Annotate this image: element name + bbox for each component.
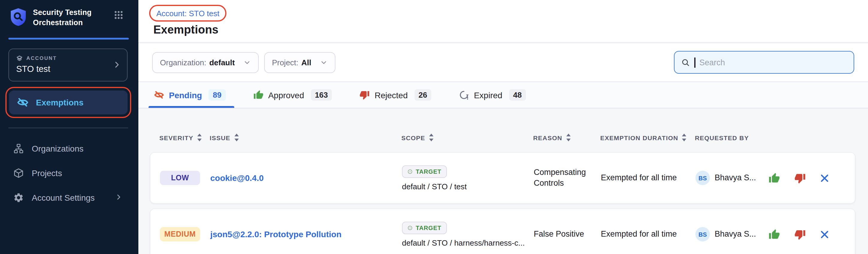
tab-approved[interactable]: Approved 163 [253, 82, 332, 108]
sidebar-item-projects[interactable]: Projects [0, 161, 138, 185]
column-label: ISSUE [210, 134, 230, 141]
module-grid-icon[interactable] [115, 11, 123, 22]
requester-name: Bhavya S... [715, 229, 756, 240]
column-label: REQUESTED BY [695, 134, 749, 141]
column-header-reason[interactable]: REASON [533, 134, 600, 141]
organization-filter-dropdown[interactable]: Organization: default [152, 52, 259, 73]
sort-icon [566, 134, 570, 141]
breadcrumb-account-link[interactable]: Account: STO test [156, 9, 220, 18]
layers-icon [16, 55, 23, 61]
sidebar: Security Testing Orchestration ACCOUNT [0, 0, 138, 254]
reject-button[interactable] [794, 172, 806, 184]
filter-bar: Organization: default Project: All [138, 43, 868, 82]
eye-off-icon [154, 90, 164, 100]
duration-cell: Exempted for all time [601, 172, 695, 183]
tab-rejected[interactable]: Rejected 26 [360, 82, 431, 108]
thumbs-down-icon [360, 90, 370, 100]
tab-label: Rejected [375, 90, 408, 100]
sidebar-item-organizations[interactable]: Organizations [0, 136, 138, 161]
target-icon [407, 169, 413, 174]
dropdown-label: Organization: [160, 58, 206, 67]
app-window: Security Testing Orchestration ACCOUNT [0, 0, 868, 254]
column-header-exemption-duration[interactable]: EXEMPTION DURATION [600, 134, 695, 141]
cube-icon [13, 168, 24, 179]
search-input[interactable] [700, 58, 847, 67]
org-chart-icon [13, 143, 24, 154]
sidebar-item-label: Organizations [32, 144, 84, 153]
column-header-severity[interactable]: SEVERITY [159, 134, 210, 141]
tab-label: Approved [268, 90, 304, 100]
eye-off-icon [17, 96, 29, 108]
avatar: BS [695, 227, 710, 242]
tab-expired[interactable]: Expired 48 [459, 82, 526, 108]
column-label: REASON [533, 134, 562, 141]
approve-button[interactable] [769, 228, 780, 240]
approve-button[interactable] [769, 172, 780, 184]
exemption-status-tabs: Pending 89 Approved 163 Rejected 26 [138, 82, 868, 108]
exemptions-table: SEVERITY ISSUE SCOPE REASON EXEMPTION DU… [138, 134, 868, 254]
reject-button[interactable] [794, 228, 806, 240]
sidebar-item-account-settings[interactable]: Account Settings [0, 185, 138, 210]
project-filter-dropdown[interactable]: Project: All [264, 52, 335, 73]
scope-path: default / STO / test [402, 182, 467, 191]
dropdown-value: default [209, 58, 235, 67]
sidebar-item-exemptions[interactable]: Exemptions [9, 90, 128, 114]
thumbs-up-icon [253, 90, 263, 100]
account-label: ACCOUNT [26, 55, 57, 61]
target-scope-chip: TARGET [402, 165, 447, 178]
sidebar-item-label: Account Settings [32, 193, 95, 202]
account-scope-card[interactable]: ACCOUNT STO test [8, 48, 128, 81]
sort-icon [429, 134, 434, 141]
severity-badge: MEDIUM [160, 227, 200, 242]
issue-link[interactable]: json5@2.2.0: Prototype Pollution [210, 229, 341, 239]
chevron-down-icon [319, 58, 328, 66]
table-row: MEDIUM json5@2.2.0: Prototype Pollution … [150, 209, 856, 254]
column-label: SCOPE [401, 134, 425, 141]
column-header-scope[interactable]: SCOPE [401, 134, 533, 141]
sort-icon [234, 134, 239, 141]
main-content: Account: STO test Exemptions Organizatio… [138, 0, 868, 254]
module-accent-rule [8, 38, 129, 39]
gear-icon [13, 192, 24, 203]
severity-badge: LOW [160, 171, 200, 185]
target-chip-label: TARGET [416, 224, 441, 231]
tab-label: Expired [474, 90, 502, 100]
sort-icon [682, 134, 686, 141]
table-row: LOW cookie@0.4.0 TARGET default / STO / … [150, 152, 856, 204]
app-logo-shield-icon [10, 8, 26, 26]
search-icon [681, 58, 690, 67]
duration-cell: Exempted for all time [601, 229, 695, 240]
cancel-button[interactable] [820, 173, 829, 182]
cancel-button[interactable] [820, 230, 829, 239]
chevron-down-icon [243, 58, 251, 66]
account-name: STO test [16, 64, 120, 73]
tab-count-badge: 163 [311, 89, 332, 101]
text-cursor [694, 57, 695, 67]
annotation-ring-exemptions: Exemptions [5, 87, 131, 118]
reason-cell: Compensating Controls [534, 167, 601, 189]
page-title: Exemptions [153, 23, 868, 36]
dropdown-value: All [301, 58, 311, 67]
page-header: Account: STO test Exemptions [138, 0, 868, 43]
tab-pending[interactable]: Pending 89 [154, 82, 225, 108]
chevron-right-icon [115, 193, 122, 202]
table-header-row: SEVERITY ISSUE SCOPE REASON EXEMPTION DU… [150, 134, 856, 141]
tab-count-badge: 48 [509, 89, 526, 101]
requester-name: Bhavya S... [715, 172, 756, 183]
sort-icon [197, 134, 202, 141]
issue-link[interactable]: cookie@0.4.0 [210, 173, 264, 183]
scope-path: default / STO / harness/harness-c... [402, 238, 525, 247]
chevron-right-icon [113, 61, 121, 71]
column-label: SEVERITY [159, 134, 193, 141]
sidebar-item-label: Projects [32, 168, 62, 178]
history-icon [459, 90, 469, 100]
sidebar-item-label: Exemptions [36, 97, 84, 107]
tab-label: Pending [169, 90, 202, 100]
sidebar-divider [8, 127, 128, 128]
search-box[interactable] [674, 51, 854, 74]
target-icon [407, 225, 413, 230]
reason-cell: False Positive [534, 229, 601, 240]
annotation-ring-breadcrumb: Account: STO test [149, 5, 227, 22]
column-header-issue[interactable]: ISSUE [210, 134, 401, 141]
column-header-requested-by: REQUESTED BY [695, 134, 768, 141]
